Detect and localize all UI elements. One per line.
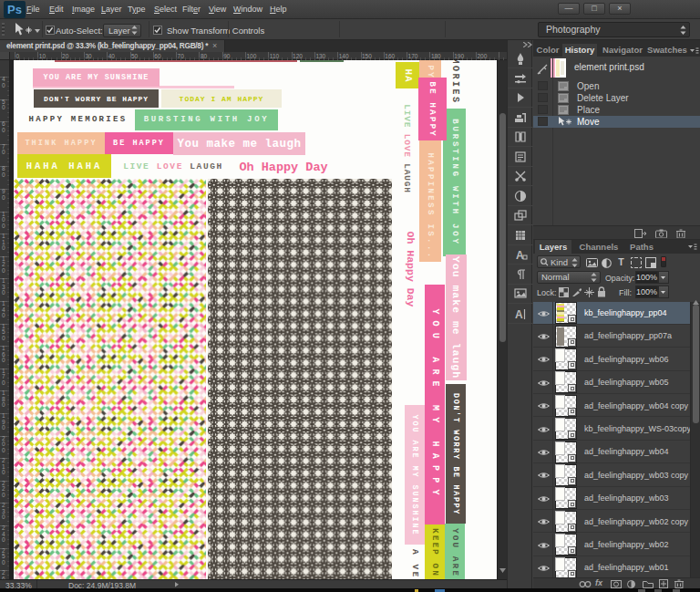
svg-text:A: A [515, 308, 523, 321]
